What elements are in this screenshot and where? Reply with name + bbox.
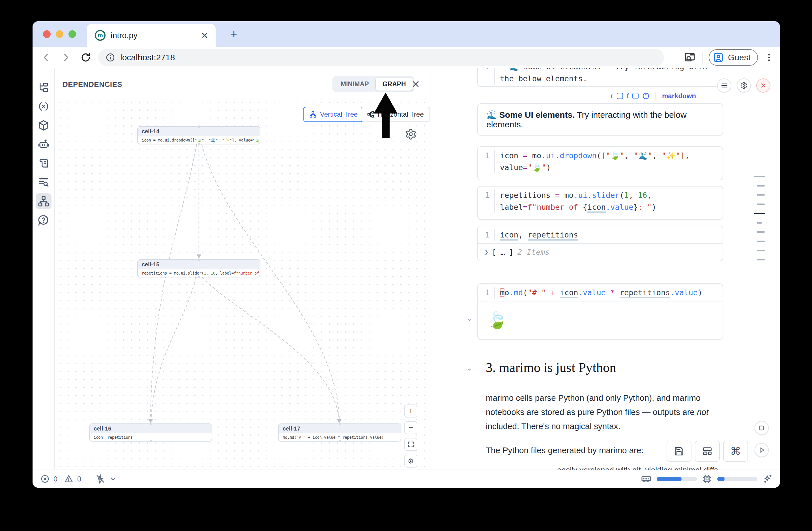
graph-node-cell-16[interactable]: cell-16icon, repetitions xyxy=(89,424,212,442)
code-cell-md-leaf[interactable]: 1 mo.md("# " + icon.value * repetitions.… xyxy=(477,283,723,340)
code-cell-slider[interactable]: 1 repetitions = mo.ui.slider(1, 16,label… xyxy=(477,186,723,220)
warnings-indicator[interactable] xyxy=(64,474,73,484)
minimap-cell-tick[interactable] xyxy=(754,176,765,177)
minimap-cell-tick[interactable] xyxy=(757,259,765,260)
autorun-toggle[interactable] xyxy=(95,474,105,484)
stop-icon xyxy=(758,425,765,431)
dependency-graph-canvas[interactable]: Vertical Tree Horizontal Tree cell-14ico… xyxy=(55,97,431,470)
minimap-cell-tick[interactable] xyxy=(757,194,765,196)
minimap-cell-tick[interactable] xyxy=(757,203,765,205)
info-icon[interactable] xyxy=(642,92,650,100)
sidebar-item-dependency-graph[interactable] xyxy=(35,193,52,209)
gear-icon xyxy=(740,82,748,89)
md-cell-editor[interactable]: 1 **🌊 Some UI elements.** Try interactin… xyxy=(477,68,723,87)
code-editor[interactable]: icon = mo.ui.dropdown(["🍃", "🌊", "✨"],va… xyxy=(495,150,690,173)
zoom-out-button[interactable]: − xyxy=(404,421,417,434)
sidebar-item-logs[interactable] xyxy=(35,174,52,190)
profile-avatar-icon xyxy=(713,52,724,63)
ai-sparkle-icon[interactable] xyxy=(763,474,773,484)
layout-button[interactable] xyxy=(695,441,720,462)
vertical-tree-button[interactable]: Vertical Tree xyxy=(303,107,364,122)
search-tabs-icon[interactable] xyxy=(684,52,696,63)
collapse-section-icon[interactable]: ⌄ xyxy=(466,363,473,373)
save-button[interactable] xyxy=(667,441,692,462)
code-editor[interactable]: mo.md("# " + icon.value * repetitions.va… xyxy=(495,287,702,299)
hamburger-icon xyxy=(721,82,728,89)
sidebar-item-help[interactable] xyxy=(35,212,52,228)
browser-tab[interactable]: m intro.py ✕ xyxy=(87,24,216,47)
locate-button[interactable] xyxy=(404,455,417,468)
toggle-r-label[interactable]: r xyxy=(611,92,613,100)
graph-settings-icon[interactable] xyxy=(405,128,417,140)
back-icon[interactable] xyxy=(40,51,52,64)
md-cell-toolbar: r f markdown xyxy=(611,90,696,102)
code-cell-tuple[interactable]: 1 icon, repetitions ❯ […] 2 Items xyxy=(477,226,723,261)
close-icon xyxy=(760,82,767,89)
stop-kernel-button[interactable] xyxy=(755,421,769,435)
sidebar-item-file-explorer[interactable] xyxy=(35,80,52,96)
graph-node-cell-17[interactable]: cell-17mo.md("# " + icon.value * repetit… xyxy=(278,424,401,442)
node-title: cell-17 xyxy=(279,424,401,433)
file-tree-icon xyxy=(38,82,49,94)
graph-node-cell-14[interactable]: cell-14icon = mo.ui.dropdown(["🍃", "🌊", … xyxy=(137,126,260,144)
code-editor[interactable]: icon, repetitions xyxy=(495,229,578,241)
items-count-label: 2 Items xyxy=(518,248,550,256)
site-info-icon[interactable] xyxy=(105,53,115,62)
errors-indicator[interactable] xyxy=(41,474,49,484)
tab-graph[interactable]: GRAPH xyxy=(376,77,413,90)
profile-button[interactable]: Guest xyxy=(709,49,758,66)
sidebar-item-snippets[interactable] xyxy=(35,155,52,171)
node-title: cell-14 xyxy=(138,127,260,136)
app-content: DEPENDENCIES MINIMAP GRAPH xyxy=(32,68,780,470)
tab-close-icon[interactable]: ✕ xyxy=(201,31,208,41)
run-all-button[interactable] xyxy=(755,443,769,457)
shutdown-button[interactable] xyxy=(756,78,770,92)
sidebar-item-packages[interactable] xyxy=(35,117,52,133)
keyboard-shortcuts-button[interactable]: ⌘ xyxy=(723,441,748,462)
tab-minimap[interactable]: MINIMAP xyxy=(334,77,376,90)
dep-panel-close-icon[interactable] xyxy=(410,79,421,89)
zoom-in-button[interactable]: + xyxy=(404,404,417,417)
url-bar[interactable]: localhost:2718 xyxy=(98,49,664,66)
sidebar-item-ai-assistant[interactable] xyxy=(35,137,52,152)
minimap-cell-tick[interactable] xyxy=(757,185,765,187)
variables-icon xyxy=(38,100,49,112)
forward-icon[interactable] xyxy=(60,51,72,64)
minimap-cell-tick[interactable] xyxy=(757,222,762,224)
minimize-window-button[interactable] xyxy=(56,30,63,38)
zoom-window-button[interactable] xyxy=(69,30,76,38)
toggle-f-checkbox[interactable] xyxy=(632,93,639,99)
fullscreen-button[interactable] xyxy=(404,438,417,451)
minimap-cell-tick[interactable] xyxy=(757,241,765,242)
line-number: 1 xyxy=(478,189,494,213)
reload-icon[interactable] xyxy=(79,51,92,64)
node-connector-dot xyxy=(198,125,200,128)
toggle-r-checkbox[interactable] xyxy=(617,93,623,99)
tuple-output[interactable]: ❯ […] 2 Items xyxy=(478,244,723,260)
toggle-f-label[interactable]: f xyxy=(627,92,629,100)
md-cell-code[interactable]: **🌊 Some UI elements.** Try interacting … xyxy=(495,68,707,85)
collapse-output-icon[interactable]: ⌄ xyxy=(466,313,473,323)
notebook-settings-button[interactable] xyxy=(737,78,751,92)
sidebar-item-variables[interactable] xyxy=(35,99,52,114)
vertical-tree-icon xyxy=(309,111,317,118)
minimap-current-cell[interactable] xyxy=(754,213,765,214)
graph-node-cell-15[interactable]: cell-15repetitions = mo.ui.slider(1, 16,… xyxy=(137,259,260,277)
wave-emoji: 🌊 xyxy=(487,110,497,119)
minimap-cell-tick[interactable] xyxy=(757,231,765,233)
minimap-cell-tick[interactable] xyxy=(757,250,765,252)
new-tab-button[interactable]: + xyxy=(231,29,237,39)
close-window-button[interactable] xyxy=(43,30,50,38)
chevron-down-icon[interactable] xyxy=(110,475,117,483)
cell-language-label[interactable]: markdown xyxy=(662,92,696,100)
section-paragraph: marimo cells parse Python (and only Pyth… xyxy=(486,391,709,433)
code-editor[interactable]: repetitions = mo.ui.slider(1, 16,label=f… xyxy=(495,189,656,213)
ram-icon xyxy=(641,474,652,484)
expand-output-icon[interactable]: ❯ xyxy=(485,248,488,256)
url-text: localhost:2718 xyxy=(120,53,175,62)
browser-menu-icon[interactable] xyxy=(764,53,774,62)
lightning-off-icon xyxy=(95,474,105,484)
code-cell-dropdown[interactable]: 1 icon = mo.ui.dropdown(["🍃", "🌊", "✨"],… xyxy=(477,146,723,180)
toolbar-divider xyxy=(702,52,702,63)
notebook-menu-button[interactable] xyxy=(717,78,731,92)
